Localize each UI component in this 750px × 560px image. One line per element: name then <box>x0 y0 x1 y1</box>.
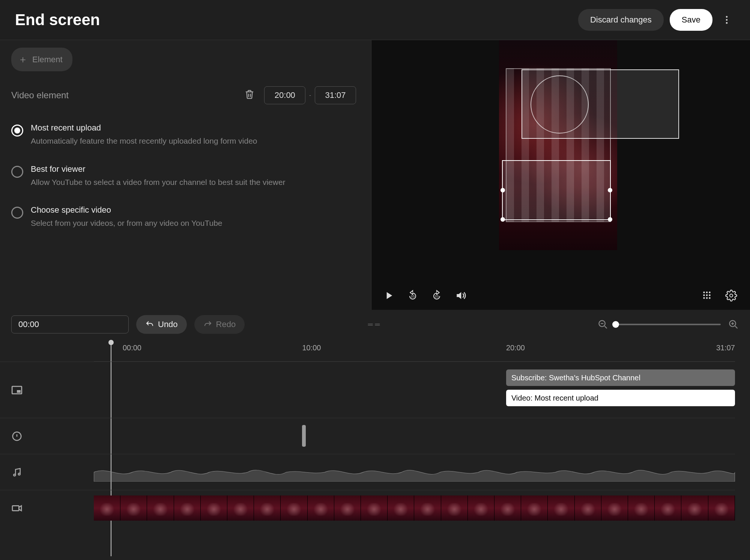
audio-track[interactable] <box>34 454 735 490</box>
radio-desc: Select from your videos, or from any vid… <box>31 217 222 229</box>
player-controls: 10 10 <box>371 290 750 303</box>
radio-icon <box>11 207 23 219</box>
gear-icon[interactable] <box>725 290 739 303</box>
video-element-options: Most recent upload Automatically feature… <box>11 123 356 229</box>
svg-point-9 <box>706 294 708 296</box>
svg-point-6 <box>706 291 708 293</box>
zoom-in-icon[interactable] <box>728 319 739 330</box>
cards-track-icon <box>0 418 34 454</box>
zoom-out-icon[interactable] <box>598 319 608 330</box>
svg-point-20 <box>14 474 15 476</box>
end-time-input[interactable] <box>315 86 356 104</box>
audio-track-icon <box>0 454 34 490</box>
svg-point-7 <box>709 291 711 293</box>
plus-icon: ＋ <box>18 53 28 66</box>
start-time-input[interactable] <box>264 86 305 104</box>
discard-button[interactable]: Discard changes <box>578 9 664 31</box>
track-icons-column <box>0 362 34 526</box>
panel-drag-handle[interactable]: ══ <box>368 321 382 329</box>
element-section-row: Video element - <box>11 86 356 104</box>
undo-button[interactable]: Undo <box>136 315 187 334</box>
svg-rect-18 <box>17 390 21 393</box>
svg-point-8 <box>703 294 705 296</box>
svg-point-12 <box>706 297 708 299</box>
radio-desc: Automatically feature the most recently … <box>31 135 257 147</box>
add-element-label: Element <box>32 55 63 65</box>
play-icon[interactable] <box>383 290 396 303</box>
time-controls: - <box>244 86 356 104</box>
radio-title: Choose specific video <box>31 205 222 215</box>
radio-most-recent[interactable]: Most recent upload Automatically feature… <box>11 123 356 147</box>
radio-title: Best for viewer <box>31 164 286 174</box>
radio-title: Most recent upload <box>31 123 257 133</box>
clip-subscribe[interactable]: Subscribe: Swetha's HubSpot Channel <box>506 369 735 386</box>
card-marker[interactable] <box>302 425 306 447</box>
undo-icon <box>145 320 154 329</box>
ruler-tick: 00:00 <box>123 344 141 352</box>
ruler-tick: 10:00 <box>302 344 321 352</box>
svg-point-21 <box>18 473 20 475</box>
radio-icon <box>11 166 23 178</box>
clip-video[interactable]: Video: Most recent upload <box>506 390 735 406</box>
svg-text:10: 10 <box>411 294 415 298</box>
element-section-label: Video element <box>11 90 69 101</box>
grid-icon[interactable] <box>701 290 715 303</box>
endscreen-element-subscribe[interactable] <box>522 69 679 139</box>
resize-handle[interactable] <box>501 217 505 222</box>
time-dash: - <box>309 92 311 98</box>
ruler-tick: 31:07 <box>716 344 735 352</box>
timeline-toolbar: Undo Redo ══ <box>0 310 750 339</box>
svg-point-2 <box>726 22 728 24</box>
radio-desc: Allow YouTube to select a video from you… <box>31 176 286 188</box>
zoom-slider[interactable] <box>616 324 721 325</box>
zoom-slider-knob[interactable] <box>612 321 619 328</box>
left-panel: ＋ Element Video element - <box>0 40 371 310</box>
timeline-ruler[interactable]: 00:00 10:00 20:00 31:07 <box>94 339 735 362</box>
svg-point-5 <box>703 291 705 293</box>
redo-icon <box>203 320 212 329</box>
zoom-controls <box>598 319 739 330</box>
more-icon[interactable] <box>718 12 735 28</box>
trash-icon[interactable] <box>244 89 257 102</box>
svg-text:10: 10 <box>435 294 439 298</box>
add-element-button[interactable]: ＋ Element <box>11 48 72 71</box>
resize-handle[interactable] <box>608 188 612 192</box>
svg-point-14 <box>730 294 733 297</box>
svg-point-10 <box>709 294 711 296</box>
endscreen-track[interactable]: Subscribe: Swetha's HubSpot Channel Vide… <box>34 362 735 418</box>
resize-handle[interactable] <box>501 188 505 192</box>
video-track-icon <box>0 490 34 526</box>
radio-specific-video[interactable]: Choose specific video Select from your v… <box>11 205 356 229</box>
volume-icon[interactable] <box>455 290 468 303</box>
tracks: Subscribe: Swetha's HubSpot Channel Vide… <box>0 362 750 526</box>
main-split: ＋ Element Video element - <box>0 40 750 310</box>
svg-point-13 <box>709 297 711 299</box>
ruler-tick: 20:00 <box>506 344 525 352</box>
svg-point-0 <box>726 16 728 18</box>
rewind-10-icon[interactable]: 10 <box>407 290 420 303</box>
header: End screen Discard changes Save <box>0 0 750 40</box>
timeline: Undo Redo ══ 00:00 <box>0 310 750 560</box>
radio-icon <box>11 125 23 137</box>
current-time-input[interactable] <box>11 315 129 333</box>
preview-panel: 10 10 <box>371 40 750 310</box>
video-thumbnail-strip <box>94 495 735 521</box>
track-body: Subscribe: Swetha's HubSpot Channel Vide… <box>34 362 735 526</box>
svg-rect-22 <box>12 506 19 510</box>
radio-best-for-viewer[interactable]: Best for viewer Allow YouTube to select … <box>11 164 356 188</box>
save-button[interactable]: Save <box>670 9 712 31</box>
preview-stage[interactable]: 10 10 <box>371 40 750 310</box>
svg-point-11 <box>703 297 705 299</box>
resize-handle[interactable] <box>608 217 612 222</box>
forward-10-icon[interactable]: 10 <box>431 290 444 303</box>
svg-point-1 <box>726 19 728 21</box>
channel-avatar-circle <box>531 75 589 134</box>
endscreen-element-video[interactable] <box>502 160 611 220</box>
redo-button[interactable]: Redo <box>194 315 245 334</box>
page-title: End screen <box>15 11 100 29</box>
cards-track[interactable] <box>34 418 735 454</box>
endscreen-track-icon <box>0 362 34 418</box>
header-actions: Discard changes Save <box>578 9 735 31</box>
audio-waveform <box>94 463 735 482</box>
video-track[interactable] <box>34 490 735 526</box>
